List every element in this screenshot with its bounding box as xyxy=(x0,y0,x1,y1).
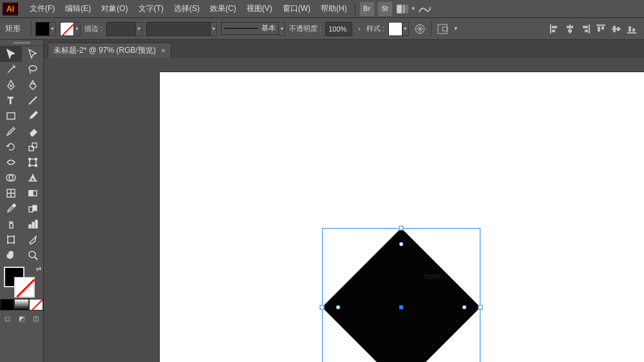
align-left-icon[interactable] xyxy=(547,22,562,36)
corner-widget-n[interactable] xyxy=(399,242,404,246)
brush-definition-dropdown[interactable]: ▼ xyxy=(279,22,285,36)
tool-panel-grip[interactable] xyxy=(0,40,43,46)
bbox-handle-w[interactable] xyxy=(320,305,325,310)
gpu-preview-icon[interactable] xyxy=(418,3,431,15)
lasso-tool[interactable] xyxy=(22,62,44,77)
arrange-documents-icon[interactable] xyxy=(396,3,409,15)
opacity-chevron-icon[interactable]: › xyxy=(356,25,362,32)
menu-edit[interactable]: 编辑(E) xyxy=(60,0,96,18)
gradient-tool[interactable] xyxy=(22,186,44,201)
app-logo: Ai xyxy=(3,3,18,15)
draw-behind-icon[interactable]: ◩ xyxy=(14,312,28,324)
perspective-grid-tool[interactable] xyxy=(22,170,44,186)
document-tab[interactable]: 未标题-2* @ 97% (RGB/预览) × xyxy=(48,43,171,58)
pen-tool[interactable] xyxy=(0,77,22,93)
color-mode-solid[interactable] xyxy=(0,299,14,310)
fill-stroke-proxy[interactable]: ⇄ xyxy=(0,263,44,299)
align-vcenter-icon[interactable] xyxy=(609,22,623,36)
direct-selection-tool[interactable] xyxy=(22,46,44,62)
svg-rect-17 xyxy=(601,26,604,30)
align-right-icon[interactable] xyxy=(578,22,592,36)
svg-rect-8 xyxy=(552,30,555,32)
draw-inside-icon[interactable]: ◫ xyxy=(29,312,43,324)
menu-effect[interactable]: 效果(C) xyxy=(205,0,242,18)
svg-rect-13 xyxy=(583,26,588,28)
shaper-tool[interactable] xyxy=(0,124,22,139)
corner-widget-w[interactable] xyxy=(336,305,340,310)
brush-definition[interactable]: 基本 xyxy=(221,22,279,35)
close-tab-icon[interactable]: × xyxy=(161,46,166,55)
artboard-tool[interactable] xyxy=(0,232,22,247)
align-bottom-icon[interactable] xyxy=(625,22,639,36)
align-hcenter-icon[interactable] xyxy=(563,22,577,36)
selection-tool[interactable] xyxy=(0,46,22,62)
color-mode-none[interactable] xyxy=(29,299,43,310)
menu-type[interactable]: 文字(T) xyxy=(133,0,169,18)
chevron-down-icon: ▼ xyxy=(411,6,416,12)
graphic-style-swatch[interactable] xyxy=(388,22,402,36)
svg-rect-46 xyxy=(32,222,34,228)
fill-color-dropdown[interactable]: ▼ xyxy=(50,22,56,36)
svg-rect-1 xyxy=(402,5,405,13)
svg-rect-22 xyxy=(629,26,631,32)
swap-fill-stroke-icon[interactable]: ⇄ xyxy=(36,265,41,272)
curvature-tool[interactable] xyxy=(22,77,44,93)
bbox-center[interactable] xyxy=(399,305,403,309)
align-to-icon[interactable] xyxy=(435,22,450,36)
stroke-width-dropdown[interactable]: ▼ xyxy=(136,22,142,36)
canvas[interactable]: com xyxy=(44,58,644,362)
bbox-handle-n[interactable] xyxy=(399,226,404,231)
menu-view[interactable]: 视图(V) xyxy=(242,0,278,18)
menu-window[interactable]: 窗口(W) xyxy=(278,0,316,18)
fill-color-swatch[interactable] xyxy=(35,22,50,36)
document-tab-label: 未标题-2* @ 97% (RGB/预览) xyxy=(53,45,156,56)
svg-rect-42 xyxy=(29,207,33,212)
chevron-down-icon: ▼ xyxy=(453,26,459,32)
separator xyxy=(355,3,355,15)
paintbrush-tool[interactable] xyxy=(22,108,44,124)
column-graph-tool[interactable] xyxy=(22,216,44,232)
blend-tool[interactable] xyxy=(22,201,44,216)
menu-select[interactable]: 选择(S) xyxy=(169,0,205,18)
color-mode-row xyxy=(0,299,43,310)
selected-shape[interactable]: com xyxy=(322,228,480,362)
menu-file[interactable]: 文件(F) xyxy=(24,0,60,18)
menu-help[interactable]: 帮助(H) xyxy=(316,0,352,18)
symbol-sprayer-tool[interactable] xyxy=(0,216,22,232)
magic-wand-tool[interactable] xyxy=(0,62,22,77)
shape-builder-tool[interactable] xyxy=(0,170,22,186)
stroke-color-swatch[interactable] xyxy=(60,22,74,36)
type-tool[interactable]: T xyxy=(0,93,22,108)
menu-object[interactable]: 对象(O) xyxy=(96,0,133,18)
graphic-style-dropdown[interactable]: ▼ xyxy=(402,22,409,36)
draw-normal-icon[interactable]: ◻ xyxy=(0,312,14,324)
eyedropper-tool[interactable] xyxy=(0,201,22,216)
stroke-proxy[interactable] xyxy=(14,277,35,298)
svg-point-24 xyxy=(29,66,37,71)
zoom-tool[interactable] xyxy=(22,247,44,263)
opacity-input[interactable]: 100% xyxy=(325,22,352,36)
stroke-profile-dropdown[interactable]: ▼ xyxy=(211,22,217,36)
svg-rect-0 xyxy=(397,5,402,13)
diamond-shape[interactable]: com xyxy=(322,228,480,362)
color-mode-gradient[interactable] xyxy=(14,299,28,310)
bridge-icon[interactable]: Br xyxy=(360,2,374,16)
eraser-tool[interactable] xyxy=(22,124,44,139)
line-segment-tool[interactable] xyxy=(22,93,44,108)
stock-icon[interactable]: St xyxy=(378,2,392,16)
align-top-icon[interactable] xyxy=(594,22,608,36)
free-transform-tool[interactable] xyxy=(22,155,44,170)
rectangle-tool[interactable] xyxy=(0,108,22,124)
bbox-handle-e[interactable] xyxy=(478,305,483,310)
rotate-tool[interactable] xyxy=(0,139,22,155)
hand-tool[interactable] xyxy=(0,247,22,263)
corner-widget-e[interactable] xyxy=(462,305,467,310)
recolor-artwork-icon[interactable] xyxy=(413,22,427,36)
slice-tool[interactable] xyxy=(22,232,44,247)
width-tool[interactable] xyxy=(0,155,22,170)
mesh-tool[interactable] xyxy=(0,186,22,201)
stroke-width-input[interactable] xyxy=(106,22,136,36)
scale-tool[interactable] xyxy=(22,139,44,155)
document-area: 未标题-2* @ 97% (RGB/预览) × com xyxy=(44,40,644,362)
stroke-profile[interactable] xyxy=(146,22,211,36)
